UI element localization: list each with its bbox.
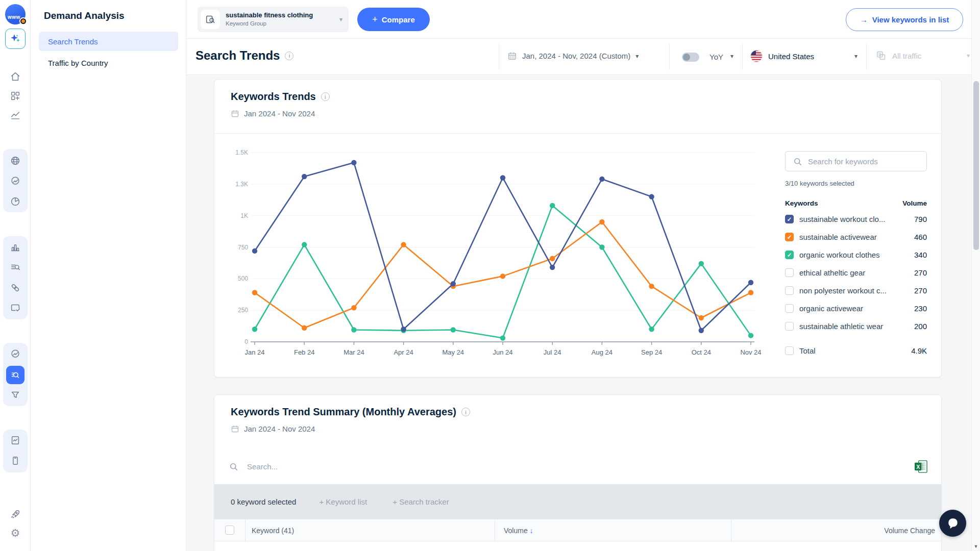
data-point[interactable] [599, 219, 604, 224]
volume-col-label: Volume [902, 199, 927, 207]
ai-sparkle-button[interactable] [5, 29, 26, 49]
scrollbar-thumb[interactable] [973, 81, 979, 250]
backlinks-nav[interactable] [9, 282, 21, 294]
data-point[interactable] [500, 335, 505, 340]
analytics-nav[interactable] [9, 109, 21, 121]
data-point[interactable] [252, 290, 257, 295]
dashboards-nav[interactable] [9, 90, 21, 102]
keywords-search-input[interactable] [808, 152, 923, 171]
icon-rail: www [0, 0, 31, 551]
sidebar-item-traffic-by-country[interactable]: Traffic by Country [39, 53, 178, 72]
data-point[interactable] [649, 194, 654, 199]
volume-column-header[interactable]: Volume ↓ [504, 527, 533, 535]
data-point[interactable] [599, 244, 604, 249]
app-logo[interactable]: www [5, 4, 26, 24]
data-point[interactable] [748, 290, 753, 295]
info-icon[interactable]: i [461, 408, 470, 416]
table-row-partial[interactable]: 10,140 +141% [214, 546, 941, 551]
view-keywords-in-list-button[interactable]: → View keywords in list [846, 8, 963, 31]
keyword-column-header[interactable]: Keyword (41) [252, 527, 294, 535]
keywords-total-row[interactable]: Total 4.9K [785, 342, 927, 360]
scrollbar[interactable]: ▼ [971, 0, 980, 551]
data-point[interactable] [550, 256, 555, 261]
data-point[interactable] [500, 273, 505, 279]
select-all-checkbox[interactable] [225, 525, 234, 535]
info-icon[interactable]: i [321, 92, 330, 101]
keywords-trends-card: Keywords Trends i Jan 2024 - Nov 2024 02… [214, 79, 942, 378]
web-overview-nav[interactable] [9, 155, 21, 167]
keyword-checkbox[interactable] [785, 286, 794, 295]
svg-text:X: X [916, 464, 920, 470]
data-point[interactable] [302, 242, 307, 247]
web-analysis-nav[interactable] [9, 175, 21, 187]
summary-search-input[interactable] [247, 462, 706, 471]
data-point[interactable] [748, 333, 753, 338]
web-demand-nav[interactable] [9, 348, 21, 360]
keyword-row[interactable]: ethical atheltic gear270 [785, 264, 927, 282]
compare-button[interactable]: + Compare [357, 8, 430, 31]
data-point[interactable] [599, 177, 604, 182]
keyword-row[interactable]: sustainable athletic wear200 [785, 317, 927, 335]
volume-change-column-header[interactable]: Volume Change [817, 527, 935, 535]
data-point[interactable] [649, 284, 654, 289]
benchmarks-nav[interactable] [9, 241, 21, 254]
keyword-research-nav[interactable] [9, 261, 21, 273]
data-point[interactable] [302, 325, 307, 331]
chevron-down-icon[interactable]: ▾ [730, 53, 733, 60]
keyword-row[interactable]: non polyester workout c...270 [785, 282, 927, 299]
data-point[interactable] [451, 327, 456, 332]
chevron-down-icon: ▾ [339, 16, 342, 23]
app-intelligence-nav[interactable] [9, 455, 21, 467]
traffic-channel-filter[interactable]: All traffic ▾ [875, 50, 970, 61]
scroll-down-icon[interactable]: ▼ [972, 544, 980, 549]
data-point[interactable] [351, 305, 356, 310]
keyword-checkbox[interactable] [785, 304, 794, 313]
keyword-group-selector[interactable]: sustainable fitness clothing Keyword Gro… [198, 7, 349, 32]
data-point[interactable] [550, 203, 555, 208]
keyword-row[interactable]: ✓organic workout clothes340 [785, 246, 927, 264]
add-keyword-list-button[interactable]: + Keyword list [319, 497, 367, 506]
yoy-toggle[interactable] [682, 53, 699, 62]
data-point[interactable] [401, 242, 406, 247]
chat-button[interactable] [939, 510, 966, 537]
keyword-row[interactable]: ✓sustainable workout clo...790 [785, 210, 927, 228]
data-point[interactable] [500, 175, 505, 180]
data-point[interactable] [699, 315, 704, 320]
data-point[interactable] [302, 174, 307, 179]
info-icon[interactable]: i [285, 52, 293, 60]
total-checkbox[interactable] [785, 346, 794, 355]
keyword-checkbox[interactable] [785, 268, 794, 277]
keyword-row[interactable]: organic activewear230 [785, 299, 927, 317]
data-point[interactable] [351, 160, 356, 165]
data-point[interactable] [699, 261, 704, 266]
data-point[interactable] [451, 281, 456, 286]
excel-export-icon[interactable]: X [914, 460, 928, 473]
date-range-value: Jan, 2024 - Nov, 2024 (Custom) [522, 52, 630, 60]
keyword-checkbox[interactable]: ✓ [785, 233, 794, 241]
data-point[interactable] [252, 327, 257, 332]
audit-nav[interactable] [9, 302, 21, 314]
data-point[interactable] [649, 327, 654, 332]
home-nav[interactable] [9, 70, 21, 83]
keyword-checkbox[interactable] [785, 322, 794, 331]
settings-nav[interactable]: ⚙ [9, 527, 21, 539]
data-point[interactable] [351, 327, 356, 332]
data-point[interactable] [550, 265, 555, 270]
reports-nav[interactable] [9, 434, 21, 446]
search-intelligence-nav-active[interactable] [6, 366, 24, 384]
whats-new-nav[interactable] [9, 508, 21, 520]
sidebar-item-search-trends[interactable]: Search Trends [39, 32, 178, 51]
data-point[interactable] [699, 328, 704, 333]
add-search-tracker-button[interactable]: + Search tracker [393, 497, 449, 506]
country-filter[interactable]: United States ▾ [750, 50, 857, 62]
market-share-nav[interactable] [9, 195, 21, 208]
data-point[interactable] [252, 248, 257, 254]
keyword-checkbox[interactable]: ✓ [785, 215, 794, 223]
data-point[interactable] [748, 280, 753, 285]
keyword-checkbox[interactable]: ✓ [785, 251, 794, 259]
keyword-row[interactable]: ✓sustainable activewear460 [785, 228, 927, 246]
date-range-filter[interactable]: Jan, 2024 - Nov, 2024 (Custom) ▾ [507, 51, 639, 61]
funnel-nav[interactable] [9, 389, 21, 401]
data-point[interactable] [401, 327, 406, 332]
keywords-trend-chart[interactable]: 02505007501K1.3K1.5KJan 24Feb 24Mar 24Ap… [233, 138, 769, 358]
